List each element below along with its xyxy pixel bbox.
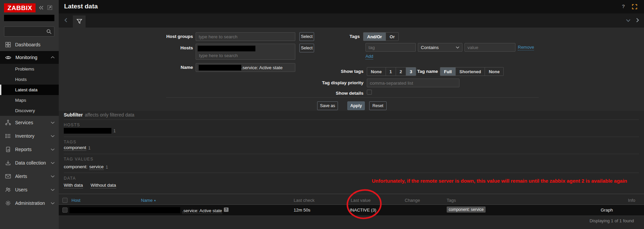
- sidebar-item-reports[interactable]: Reports: [0, 143, 59, 156]
- subfilter-title: Subfilteraffects only filtered data: [64, 112, 134, 118]
- table-top-border: [59, 194, 644, 194]
- sidebar-item-inventory[interactable]: Inventory: [0, 129, 59, 143]
- filter-tabs-prev-icon[interactable]: [64, 18, 67, 22]
- tags-mode-or[interactable]: Or: [386, 33, 398, 41]
- chevron-down-icon: [51, 188, 55, 191]
- show-tags-none[interactable]: None: [367, 67, 386, 76]
- hosts-multiselect[interactable]: type here to search: [196, 44, 295, 60]
- collapse-sidebar-icon[interactable]: [38, 5, 44, 11]
- tags-mode-andor[interactable]: And/Or: [363, 33, 386, 41]
- apply-button[interactable]: Apply: [347, 101, 365, 110]
- sidebar-item-services[interactable]: Services: [0, 116, 59, 129]
- sidebar: ZABBIX Dashboards Monitoring Problems Ho…: [0, 0, 59, 229]
- save-as-button[interactable]: Save as: [317, 101, 338, 110]
- sidebar-item-label: Services: [15, 120, 33, 125]
- hint-icon[interactable]: ?: [224, 208, 229, 212]
- subfilter-with-data-link[interactable]: With data: [64, 183, 83, 188]
- tag-chip[interactable]: component: service: [447, 207, 486, 213]
- redacted-subfilter-host[interactable]: [64, 128, 111, 134]
- subfilter-tags-heading: TAGS: [64, 140, 77, 144]
- tag-operator-select[interactable]: Contains: [418, 43, 462, 52]
- help-icon[interactable]: ?: [622, 3, 625, 9]
- chevron-down-icon: [456, 46, 459, 49]
- sidebar-item-label: Monitoring: [15, 55, 37, 60]
- sub-item-label: Discovery: [15, 108, 35, 113]
- reset-button[interactable]: Reset: [369, 101, 387, 110]
- filter-funnel-icon: [77, 19, 82, 24]
- tag-name-none[interactable]: None: [485, 67, 503, 76]
- sidebar-item-hosts[interactable]: Hosts: [0, 74, 59, 85]
- sidebar-item-data-collection[interactable]: Data collection: [0, 156, 59, 170]
- tag-value-input[interactable]: [464, 43, 515, 52]
- sidebar-item-users[interactable]: Users: [0, 183, 59, 196]
- tag-display-priority-input[interactable]: [367, 79, 459, 87]
- sidebar-item-administration[interactable]: Administration: [0, 196, 59, 210]
- redacted-host-cell: [69, 207, 180, 213]
- monitoring-section: Monitoring Problems Hosts Latest data Ma…: [0, 51, 59, 116]
- sidebar-item-alerts[interactable]: Alerts: [0, 170, 59, 183]
- filter-collapse-icon[interactable]: [626, 19, 631, 22]
- sidebar-item-maps[interactable]: Maps: [0, 95, 59, 105]
- item-name-cell[interactable]: .service: Active state?: [182, 208, 229, 213]
- popout-sidebar-icon[interactable]: [47, 5, 53, 10]
- filter-tabs-next-icon[interactable]: [636, 18, 639, 22]
- sidebar-search[interactable]: [4, 27, 54, 37]
- last-value-cell: INACTIVE (3): [350, 208, 376, 213]
- last-check-cell: 12m 50s: [294, 208, 310, 213]
- separator: [64, 137, 639, 137]
- tag-name-label: Tag name: [394, 69, 438, 74]
- search-input[interactable]: [4, 27, 48, 36]
- name-input[interactable]: .service: Active state: [196, 63, 295, 72]
- host-groups-input[interactable]: [196, 32, 295, 41]
- tag-input[interactable]: [365, 43, 416, 52]
- subfilter-without-data-link[interactable]: Without data: [91, 183, 116, 188]
- tag-name-shortened[interactable]: Shortened: [456, 67, 485, 76]
- sidebar-item-label: Dashboards: [15, 42, 41, 47]
- hosts-select-button[interactable]: Select: [299, 44, 314, 52]
- sidebar-item-problems[interactable]: Problems: [0, 64, 59, 74]
- inventory-icon: [5, 133, 11, 139]
- separator: [64, 120, 639, 120]
- sidebar-item-latest-data[interactable]: Latest data: [0, 85, 59, 95]
- filter-tab-bar: [59, 13, 644, 28]
- sidebar-item-monitoring[interactable]: Monitoring: [0, 51, 59, 64]
- subfilter-tag-link[interactable]: component: [64, 145, 86, 151]
- sidebar-item-discovery[interactable]: Discovery: [0, 105, 59, 116]
- graph-link[interactable]: Graph: [601, 208, 613, 213]
- table-bottom-border: [59, 216, 644, 216]
- tag-operator-value: Contains: [421, 45, 439, 50]
- tag-remove-link[interactable]: Remove: [518, 45, 534, 50]
- kiosk-mode-icon[interactable]: [631, 3, 638, 10]
- column-header-host[interactable]: Host: [71, 198, 81, 203]
- item-name-link[interactable]: .service: Active state: [182, 208, 222, 214]
- tags-mode-segmented: And/Or Or: [363, 32, 399, 41]
- redacted-user-label: [4, 15, 54, 21]
- column-header-last-value: Last value: [351, 198, 370, 203]
- sub-item-label: Maps: [15, 98, 26, 103]
- select-all-checkbox[interactable]: [62, 198, 67, 203]
- alerts-envelope-icon: [5, 173, 11, 179]
- sub-item-label: Problems: [15, 66, 34, 72]
- reports-icon: [5, 146, 11, 152]
- filter-tab[interactable]: [73, 15, 86, 28]
- show-details-checkbox[interactable]: [367, 90, 372, 95]
- zabbix-logo[interactable]: ZABBIX: [4, 3, 36, 12]
- subfilter-tag-value-link[interactable]: service: [89, 164, 104, 170]
- column-header-name[interactable]: Name▲: [141, 198, 156, 203]
- chevron-down-icon: [51, 148, 55, 151]
- sub-item-label: Latest data: [15, 87, 38, 92]
- sidebar-item-label: Data collection: [15, 160, 46, 166]
- warning-annotation-text: Unfortunately, if the remote server is d…: [372, 178, 640, 184]
- row-checkbox[interactable]: [62, 208, 67, 213]
- sidebar-item-dashboards[interactable]: Dashboards: [0, 38, 59, 51]
- sidebar-item-label: Users: [15, 187, 28, 192]
- tag-name-full[interactable]: Full: [440, 67, 456, 76]
- administration-gear-icon: [5, 200, 11, 206]
- chevron-up-icon: [51, 56, 55, 59]
- column-header-last-check: Last check: [294, 198, 314, 203]
- chevron-down-icon: [51, 175, 55, 178]
- redacted-host-chip[interactable]: [198, 46, 255, 51]
- subfilter-data-heading: DATA: [64, 176, 76, 181]
- tag-add-link[interactable]: Add: [365, 54, 373, 59]
- dashboards-icon: [5, 42, 11, 48]
